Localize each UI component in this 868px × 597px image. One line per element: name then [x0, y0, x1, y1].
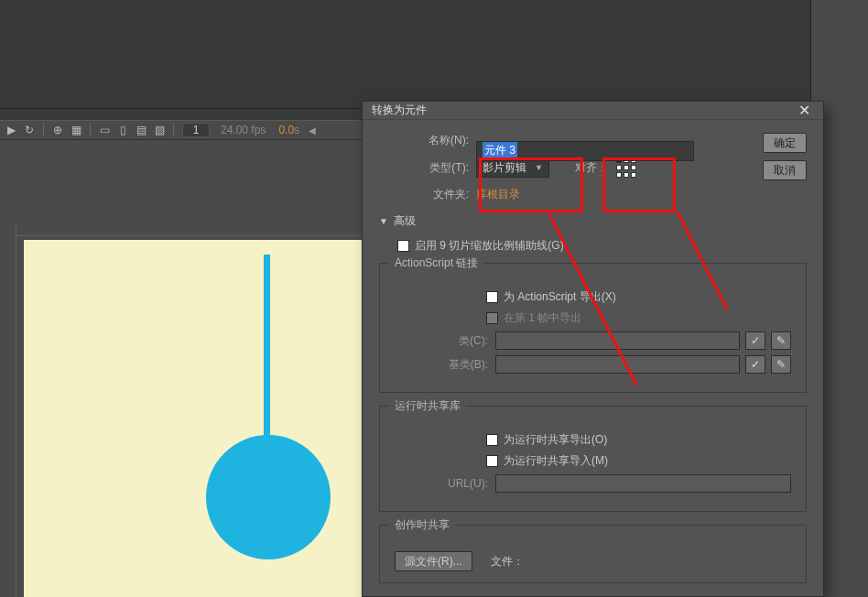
dialog-button-stack: 确定 取消	[763, 133, 807, 188]
triangle-down-icon: ▼	[379, 216, 388, 226]
author-share-fieldset: 创作时共享 源文件(R)... 文件：	[379, 525, 807, 583]
onion-icon[interactable]: ▦	[69, 123, 83, 137]
class-label: 类(C):	[395, 333, 495, 349]
tool-icon-1[interactable]: ▭	[97, 123, 112, 137]
base-class-input	[495, 355, 740, 374]
toolbar-separator	[173, 123, 174, 137]
time-value: 0.0	[278, 124, 294, 136]
center-icon[interactable]: ⊕	[50, 123, 65, 137]
time-display: 0.0s	[278, 124, 299, 136]
folder-link[interactable]: 库根目录	[476, 187, 520, 202]
nine-slice-label: 启用 9 切片缩放比例辅助线(G)	[415, 238, 564, 254]
folder-label: 文件夹:	[379, 187, 476, 202]
tool-icon-2[interactable]: ▯	[115, 123, 130, 137]
runtime-export-checkbox[interactable]	[486, 434, 498, 446]
loop-icon[interactable]: ↻	[22, 123, 37, 137]
url-label: URL(U):	[395, 477, 495, 490]
tool-icon-4[interactable]: ▧	[152, 123, 167, 137]
class-check-button[interactable]: ✓	[745, 331, 765, 350]
export-frame1-label: 在第 1 帧中导出	[504, 310, 581, 326]
tool-icon-3[interactable]: ▤	[134, 123, 148, 137]
source-file-button[interactable]: 源文件(R)...	[395, 551, 472, 571]
runtime-import-checkbox[interactable]	[486, 455, 498, 467]
dialog-body: 确定 取消 名称(N): 元件 3 类型(T): 影片剪辑 ▼ 对齐：	[363, 120, 823, 597]
advanced-toggle[interactable]: ▼ 高级	[379, 213, 807, 229]
current-frame-field[interactable]: 1	[182, 123, 210, 137]
base-class-check-button[interactable]: ✓	[745, 355, 765, 374]
runtime-share-fieldset: 运行时共享库 为运行时共享导出(O) 为运行时共享导入(M) URL(U):	[379, 406, 807, 512]
nine-slice-checkbox[interactable]	[397, 240, 409, 252]
ruler-vertical	[4, 223, 16, 597]
author-share-legend: 创作时共享	[389, 517, 455, 533]
export-as-label: 为 ActionScript 导出(X)	[504, 289, 616, 305]
runtime-import-label: 为运行时共享导入(M)	[504, 453, 608, 469]
canvas[interactable]	[24, 240, 364, 597]
type-label: 类型(T):	[379, 160, 476, 176]
scroll-left-icon[interactable]: ◀	[309, 125, 316, 136]
convert-to-symbol-dialog: 转换为元件 ✕ 确定 取消 名称(N): 元件 3 类型(T): 影片剪辑 ▼ …	[362, 101, 824, 597]
runtime-export-label: 为运行时共享导出(O)	[504, 432, 607, 448]
url-input	[495, 474, 791, 493]
name-label: 名称(N):	[379, 133, 476, 148]
shape-circle[interactable]	[206, 435, 331, 559]
toolbar-separator	[43, 123, 44, 137]
actionscript-fieldset: ActionScript 链接 为 ActionScript 导出(X) 在第 …	[379, 263, 807, 393]
close-icon[interactable]: ✕	[795, 102, 814, 119]
dialog-title: 转换为元件	[372, 103, 427, 118]
fps-display: 24.00 fps	[221, 124, 266, 136]
time-unit: s	[294, 124, 299, 136]
class-input	[495, 331, 740, 350]
cancel-button[interactable]: 取消	[763, 160, 807, 180]
align-label: 对齐：	[559, 160, 613, 176]
actionscript-legend: ActionScript 链接	[389, 255, 483, 271]
dialog-titlebar[interactable]: 转换为元件 ✕	[363, 102, 823, 120]
type-value: 影片剪辑	[483, 160, 526, 176]
advanced-label: 高级	[394, 213, 416, 229]
chevron-down-icon: ▼	[535, 163, 543, 172]
base-class-label: 基类(B):	[395, 357, 495, 373]
runtime-share-legend: 运行时共享库	[389, 398, 466, 414]
base-class-edit-button[interactable]: ✎	[771, 355, 791, 374]
class-edit-button[interactable]: ✎	[771, 331, 791, 350]
play-icon[interactable]: ▶	[4, 123, 18, 137]
export-frame1-checkbox	[486, 312, 498, 324]
ok-button[interactable]: 确定	[763, 133, 807, 153]
file-label: 文件：	[491, 554, 524, 570]
toolbar-separator	[90, 123, 91, 137]
export-as-checkbox[interactable]	[486, 291, 498, 303]
name-value-text: 元件 3	[483, 142, 517, 159]
